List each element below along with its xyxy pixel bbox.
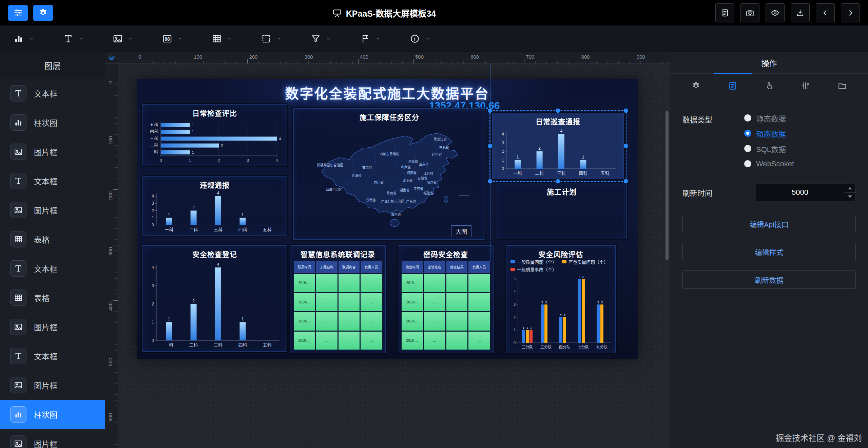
- decoration-tool[interactable]: [360, 34, 410, 44]
- table-header-row: 联调时间工程名称联调内容负责人员: [294, 261, 382, 273]
- selection-handle[interactable]: [488, 179, 493, 184]
- selection-handle[interactable]: [556, 179, 560, 184]
- chevron-down-icon: [78, 36, 84, 41]
- download-button[interactable]: [791, 3, 810, 22]
- folder-icon: [837, 81, 847, 91]
- chevron-down-icon: [425, 36, 430, 41]
- layer-item-13[interactable]: 图片框: [0, 429, 105, 448]
- table-cell: …: [446, 274, 468, 292]
- inspector-tab-pointer[interactable]: [759, 76, 779, 96]
- layer-item-11[interactable]: 图片框: [0, 371, 105, 400]
- selection-handle[interactable]: [624, 144, 628, 148]
- form-button[interactable]: [715, 3, 734, 22]
- layer-item-1[interactable]: 文本框: [0, 79, 105, 108]
- edit-style-button[interactable]: 编辑样式: [682, 243, 856, 261]
- refresh-time-input[interactable]: 5000: [756, 184, 856, 201]
- svg-text:3: 3: [601, 301, 603, 304]
- selection-handle[interactable]: [556, 109, 560, 113]
- radio-websocket[interactable]: WebScoket: [744, 156, 794, 171]
- radio-sql-data[interactable]: SQL数据: [744, 141, 794, 156]
- dashboard-design[interactable]: 数字化全装配式施工大数据平台 1352.47,130.66 日常检查评比 012…: [137, 79, 638, 359]
- info-tool[interactable]: [410, 34, 459, 44]
- eye-button[interactable]: [766, 3, 785, 22]
- table-tool[interactable]: [212, 34, 261, 44]
- dashboard-title: 数字化全装配式施工大数据平台: [137, 83, 638, 102]
- inspector-tab-folder[interactable]: [832, 76, 852, 96]
- svg-text:0: 0: [160, 158, 162, 163]
- radio-dot: [744, 160, 751, 167]
- panel-map[interactable]: 施工保障任务区分: [293, 108, 485, 240]
- form-icon: [728, 81, 737, 91]
- panel-risk[interactable]: 安全风险评估 一般质量问题（个）严重质量问题（个）一般质量事故（个） 01234…: [506, 245, 616, 353]
- text-tool[interactable]: [63, 34, 113, 44]
- svg-text:西藏自治区: 西藏自治区: [326, 187, 343, 191]
- svg-text:五科: 五科: [263, 227, 272, 232]
- svg-text:2: 2: [192, 205, 195, 210]
- table-cell: 2019-…: [294, 312, 315, 331]
- ruler-corner[interactable]: [105, 52, 118, 64]
- spinner-up-button[interactable]: [844, 184, 855, 193]
- risk-legend: 一般质量问题（个）严重质量问题（个）一般质量事故（个）: [510, 259, 613, 274]
- radio-label: SQL数据: [756, 143, 786, 154]
- chevron-left-button[interactable]: [816, 3, 835, 22]
- layer-item-6[interactable]: 表格: [0, 225, 105, 254]
- layer-item-9[interactable]: 图片框: [0, 312, 105, 341]
- hruler-label: 800: [581, 54, 590, 60]
- radio-static-data[interactable]: 静态数据: [744, 110, 794, 126]
- refresh-data-button[interactable]: 刷新数据: [682, 270, 856, 289]
- panel-safety-check[interactable]: 安全检查登记 01234一科1二科2三科4四科1五科: [142, 245, 287, 352]
- panel-password-check[interactable]: 密码安全检查 检查时间主管姓名检查结果负责人员2019-…………2019-…………: [398, 245, 494, 353]
- legend-swatch: [562, 260, 566, 263]
- inspector-tab-gear[interactable]: [686, 76, 706, 96]
- selection-handle[interactable]: [624, 179, 628, 184]
- selection-handle[interactable]: [624, 109, 628, 113]
- hruler-label: 300: [305, 54, 313, 60]
- layer-item-2[interactable]: 柱状图: [0, 108, 105, 137]
- layer-item-5[interactable]: 图片框: [0, 195, 105, 225]
- layer-item-8[interactable]: 表格: [0, 283, 105, 312]
- chevron-right-button[interactable]: [841, 3, 860, 22]
- marquee-tool[interactable]: [261, 34, 311, 44]
- text-icon: [10, 173, 26, 189]
- panel-sys-log[interactable]: 智慧信息系统联调记录 联调时间工程名称联调内容负责人员2019-…………2019…: [290, 245, 386, 353]
- radio-dynamic-data[interactable]: 动态数据: [744, 126, 794, 141]
- adjust-icon: [14, 8, 23, 17]
- design-viewport[interactable]: 数字化全装配式施工大数据平台 1352.47,130.66 日常检查评比 012…: [118, 64, 670, 448]
- selection-handle[interactable]: [488, 109, 493, 113]
- panel-daily-check[interactable]: 日常检查评比 01234五科1四科1三科4二科2一科1: [142, 104, 287, 166]
- selection-handle[interactable]: [488, 144, 493, 148]
- filter-tool[interactable]: [311, 34, 360, 44]
- edit-api-button[interactable]: 编辑Api接口: [682, 215, 856, 233]
- table-icon: [10, 290, 26, 306]
- svg-text:2: 2: [152, 208, 154, 213]
- layer-item-12[interactable]: 柱状图: [0, 400, 105, 429]
- number-tool[interactable]: 88: [162, 34, 212, 44]
- image-tool[interactable]: [113, 34, 162, 44]
- chevron-right-icon: [846, 8, 855, 17]
- image-icon: [10, 435, 26, 448]
- svg-text:1: 1: [242, 317, 244, 321]
- inspector-tab-sliders[interactable]: [795, 76, 816, 96]
- svg-text:3: 3: [545, 301, 547, 304]
- layer-item-7[interactable]: 文本框: [0, 254, 105, 283]
- panel-plan[interactable]: 施工计划: [497, 183, 627, 239]
- camera-button[interactable]: [740, 3, 759, 22]
- panel-patrol[interactable]: 日常巡查通报 01234一科1二科2三科4四科1五科: [492, 113, 624, 179]
- layer-item-10[interactable]: 文本框: [0, 341, 105, 371]
- chart-tool[interactable]: [14, 34, 63, 44]
- chevron-down-icon: [326, 36, 331, 41]
- layer-item-4[interactable]: 文本框: [0, 166, 105, 195]
- big-map-button[interactable]: 大图: [451, 225, 471, 237]
- svg-text:4: 4: [217, 262, 219, 267]
- svg-text:1: 1: [192, 150, 194, 154]
- svg-text:二科: 二科: [189, 342, 198, 348]
- canvas-scrollbar[interactable]: [666, 111, 669, 260]
- spinner-down-button[interactable]: [844, 193, 855, 201]
- panel-violation[interactable]: 违规通报 01234一科1二科2三科4四科1五科: [142, 176, 287, 236]
- gear-button[interactable]: [33, 5, 53, 21]
- adjust-button[interactable]: [8, 5, 28, 21]
- triangle-down-icon: [848, 195, 852, 198]
- svg-text:4: 4: [152, 265, 154, 270]
- inspector-tab-form[interactable]: [722, 76, 743, 96]
- layer-item-3[interactable]: 图片框: [0, 137, 105, 166]
